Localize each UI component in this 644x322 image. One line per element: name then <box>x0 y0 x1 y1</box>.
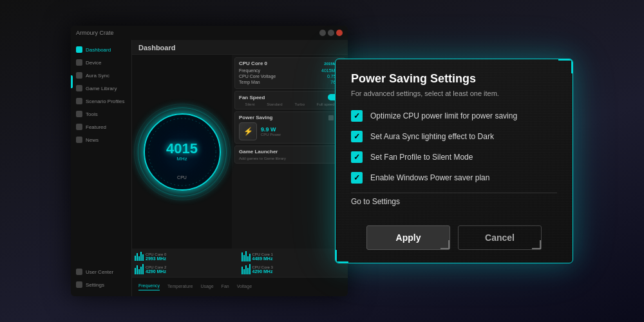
dialog-subtitle: For advanced settings, select at least o… <box>351 90 557 97</box>
close-btn[interactable] <box>336 30 343 36</box>
game-library-icon <box>76 85 82 91</box>
tab-temperature[interactable]: Temperature <box>167 284 193 290</box>
title-bar: Armoury Crate <box>71 26 348 40</box>
core-item-1: CPU Core 1 4489 MHz <box>242 251 346 261</box>
dialog-body: ✓ Optimize CPU power limit for power sav… <box>336 102 573 218</box>
tab-frequency[interactable]: Frequency <box>138 283 160 290</box>
active-indicator <box>71 75 73 88</box>
core-item-0: CPU Core 0 2993 MHz <box>135 251 239 261</box>
cpu-gauge: 4015 MHz CPU <box>144 113 221 191</box>
dialog-footer: Apply Cancel <box>336 218 573 263</box>
sidebar-item-scenario-profiles[interactable]: Scenario Profiles <box>71 95 131 108</box>
checkbox-1[interactable]: ✓ <box>351 131 363 142</box>
fan-speed-modes: Silent Standard Turbo Full speed <box>239 102 341 106</box>
scenario-profiles-icon <box>76 98 82 104</box>
sidebar-item-tools[interactable]: Tools <box>71 108 131 120</box>
tab-fan[interactable]: Fan <box>222 284 229 290</box>
cpu-core-0-title: CPU Core 0 <box>239 61 267 66</box>
checkbox-item-2: ✓ Set Fan Profile to Silent Mode <box>351 151 557 163</box>
goto-settings-link[interactable]: Go to Settings <box>351 193 557 210</box>
apply-button[interactable]: Apply <box>366 225 450 250</box>
user-center-icon <box>76 269 82 275</box>
dashboard-header: Dashboard <box>132 40 348 55</box>
dashboard-title: Dashboard <box>138 44 175 52</box>
news-icon <box>76 137 82 143</box>
sidebar-item-user-center[interactable]: User Center <box>71 265 131 278</box>
checkmark-3: ✓ <box>354 174 360 182</box>
checkmark-0: ✓ <box>354 112 360 120</box>
game-launcher-title: Game Launcher <box>239 149 278 155</box>
voltage-label: CPU Core Voltage <box>239 74 276 79</box>
tab-usage[interactable]: Usage <box>200 284 213 290</box>
checkbox-label-0: Optimize CPU power limit for power savin… <box>370 111 517 120</box>
gauge-area: 4015 MHz CPU <box>132 55 232 249</box>
dashboard-icon <box>76 46 82 53</box>
gauge-label: CPU <box>177 175 187 180</box>
dialog-title: Power Saving Settings <box>351 72 557 86</box>
sidebar-item-device[interactable]: Device <box>71 56 131 69</box>
checkbox-3[interactable]: ✓ <box>351 172 363 184</box>
sidebar-item-settings[interactable]: Settings <box>71 278 131 291</box>
power-watt: 9.9 W <box>261 126 281 133</box>
main-container: Armoury Crate Dashboard Device <box>0 0 644 322</box>
sidebar-item-dashboard[interactable]: Dashboard <box>71 43 131 56</box>
checkbox-item-0: ✓ Optimize CPU power limit for power sav… <box>351 110 557 122</box>
cpu-core-0-card: CPU Core 0 2015MHz Frequency 4015MHz CPU… <box>234 57 345 89</box>
sidebar-item-featured[interactable]: Featured <box>71 120 131 133</box>
cancel-button[interactable]: Cancel <box>458 225 542 250</box>
core-1-freq: 4489 MHz <box>252 256 273 261</box>
window-controls <box>319 30 343 36</box>
checkbox-label-1: Set Aura Sync lighting effect to Dark <box>370 132 494 141</box>
tab-voltage[interactable]: Voltage <box>237 284 252 290</box>
aura-sync-icon <box>76 72 82 79</box>
power-icon: ⚡ <box>239 122 257 140</box>
settings-icon <box>76 281 82 288</box>
sidebar-item-aura-sync[interactable]: Aura Sync <box>71 69 131 82</box>
right-panel: CPU Core 0 2015MHz Frequency 4015MHz CPU… <box>232 55 348 249</box>
sidebar-bottom: User Center Settings <box>71 265 131 296</box>
sidebar-item-game-library[interactable]: Game Library <box>71 82 131 95</box>
maximize-btn[interactable] <box>328 30 334 36</box>
checkbox-item-1: ✓ Set Aura Sync lighting effect to Dark <box>351 131 557 142</box>
core-1-bars <box>242 251 251 261</box>
power-saving-card: Power Saving ⚡ 9.9 W CPU Powe <box>234 111 345 144</box>
power-saving-dialog: Power Saving Settings For advanced setti… <box>335 59 573 263</box>
core-0-bars <box>135 252 144 261</box>
footer-tabs: Frequency Temperature Usage Fan Voltage <box>132 277 348 296</box>
armoury-window: Armoury Crate Dashboard Device <box>71 26 348 296</box>
core-2-freq: 4290 MHz <box>146 269 166 274</box>
app-title: Armoury Crate <box>76 30 114 36</box>
checkbox-0[interactable]: ✓ <box>351 110 363 122</box>
temp-label: Temp Man <box>239 80 260 84</box>
power-saving-title: Power Saving <box>239 115 272 120</box>
sidebar: Dashboard Device Aura Sync Game Library … <box>71 40 132 296</box>
core-3-bars <box>242 264 251 274</box>
game-launcher-add: Add games to Game library <box>239 156 341 160</box>
featured-icon <box>76 124 82 130</box>
fan-speed-card: Fan Speed Silent Standard Turbo Full spe… <box>234 91 345 109</box>
app-body: Dashboard Device Aura Sync Game Library … <box>71 40 348 296</box>
core-item-2: CPU Core 2 4290 MHz <box>135 264 239 274</box>
device-icon <box>76 59 82 66</box>
freq-label: Frequency <box>239 68 260 73</box>
dashboard-body: 4015 MHz CPU CPU Core 0 2015MHz <box>132 55 348 249</box>
checkbox-2[interactable]: ✓ <box>351 151 363 163</box>
corner-accent-bl <box>336 250 348 263</box>
minimize-btn[interactable] <box>319 30 326 36</box>
dialog-overlay: Power Saving Settings For advanced setti… <box>335 59 573 263</box>
sidebar-item-news[interactable]: News <box>71 133 131 146</box>
checkbox-item-3: ✓ Enable Windows Power saver plan <box>351 172 557 184</box>
tools-icon <box>76 111 82 117</box>
checkmark-1: ✓ <box>354 133 360 140</box>
main-content: Dashboard <box>132 40 348 296</box>
checkbox-label-3: Enable Windows Power saver plan <box>370 173 489 182</box>
checkbox-label-2: Set Fan Profile to Silent Mode <box>370 153 473 162</box>
core-item-3: CPU Core 3 4290 MHz <box>242 264 346 274</box>
power-card-content: ⚡ 9.9 W CPU Power <box>239 122 341 140</box>
core-3-freq: 4290 MHz <box>252 269 273 274</box>
power-sub: CPU Power <box>261 133 281 137</box>
cpu-cores-grid: CPU Core 0 2993 MHz CPU <box>132 249 348 277</box>
core-2-bars <box>135 264 144 274</box>
fan-speed-title: Fan Speed <box>239 95 265 100</box>
game-launcher-card: Game Launcher Add games to Game library <box>234 146 345 164</box>
